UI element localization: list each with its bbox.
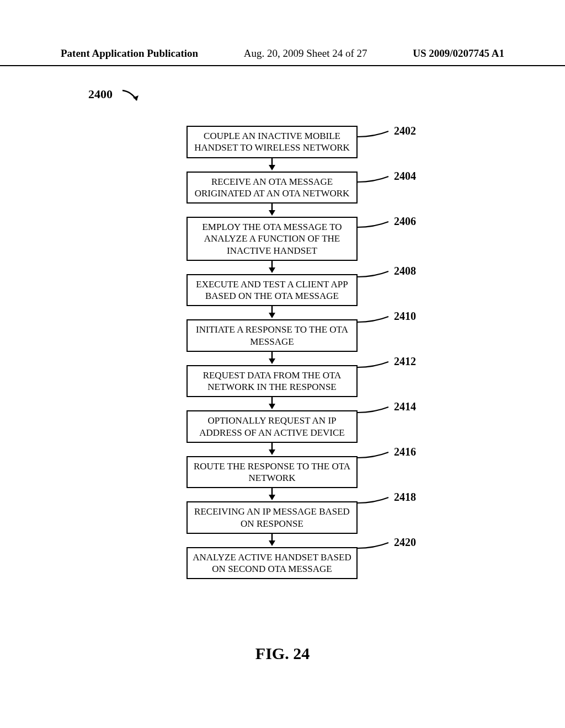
flow-step-2406: EMPLOY THE OTA MESSAGE TO ANALYZE A FUNC… [186, 217, 358, 261]
leader-line-icon [358, 540, 393, 552]
arrow-down-icon [186, 397, 358, 410]
flow-step-label: REQUEST DATA FROM THE OTA NETWORK IN THE… [192, 370, 352, 393]
flow-step-label: COUPLE AN INACTIVE MOBILE HANDSET TO WIR… [192, 130, 352, 154]
ref-number-2414: 2414 [394, 400, 416, 413]
leader-line-icon [358, 129, 393, 140]
flow-step-label: RECEIVE AN OTA MESSAGE ORIGINATED AT AN … [192, 176, 352, 200]
figure-number-label: 2400 [88, 87, 113, 101]
arrow-down-icon [186, 261, 358, 274]
flow-step-label: INITIATE A RESPONSE TO THE OTA MESSAGE [192, 324, 352, 347]
leader-line-icon [358, 220, 393, 231]
flow-step-label: OPTIONALLY REQUEST AN IP ADDRESS OF AN A… [192, 415, 352, 438]
leader-line-icon [358, 405, 393, 416]
ref-number-2406: 2406 [394, 215, 416, 228]
flow-step-2408: EXECUTE AND TEST A CLIENT APP BASED ON T… [186, 274, 358, 307]
arrow-down-icon [186, 306, 358, 319]
flowchart: COUPLE AN INACTIVE MOBILE HANDSET TO WIR… [186, 126, 358, 579]
ref-number-2410: 2410 [394, 310, 416, 323]
arrow-down-icon [186, 204, 358, 217]
leader-line-icon [358, 450, 393, 461]
arrow-down-icon [186, 352, 358, 365]
header-right: US 2009/0207745 A1 [413, 47, 504, 60]
flow-step-2416: ROUTE THE RESPONSE TO THE OTA NETWORK [186, 456, 358, 489]
ref-number-2402: 2402 [394, 125, 416, 137]
arrow-down-icon [186, 158, 358, 172]
page-header: Patent Application Publication Aug. 20, … [0, 47, 565, 66]
flow-step-2420: ANALYZE ACTIVE HANDSET BASED ON SECOND O… [186, 547, 358, 580]
leader-line-icon [358, 314, 393, 325]
ref-number-2416: 2416 [394, 446, 416, 458]
flow-step-label: ANALYZE ACTIVE HANDSET BASED ON SECOND O… [192, 552, 352, 575]
ref-number-2408: 2408 [394, 265, 416, 277]
flow-step-label: ROUTE THE RESPONSE TO THE OTA NETWORK [192, 461, 352, 484]
flow-step-2412: REQUEST DATA FROM THE OTA NETWORK IN THE… [186, 365, 358, 398]
leader-line-icon [358, 269, 393, 280]
arrow-down-icon [186, 488, 358, 501]
arrow-down-icon [186, 534, 358, 547]
figure-caption: FIG. 24 [0, 644, 565, 663]
header-middle: Aug. 20, 2009 Sheet 24 of 27 [244, 47, 367, 60]
flow-step-label: RECEIVING AN IP MESSAGE BASED ON RESPONS… [192, 506, 352, 529]
ref-number-2418: 2418 [394, 491, 416, 504]
figure-number-arrow-icon [121, 88, 143, 105]
flow-step-2418: RECEIVING AN IP MESSAGE BASED ON RESPONS… [186, 501, 358, 534]
flow-step-2410: INITIATE A RESPONSE TO THE OTA MESSAGE [186, 319, 358, 352]
leader-line-icon [358, 360, 393, 371]
flow-step-2402: COUPLE AN INACTIVE MOBILE HANDSET TO WIR… [186, 126, 358, 158]
arrow-down-icon [186, 443, 358, 456]
leader-line-icon [358, 174, 393, 185]
leader-line-icon [358, 495, 393, 506]
flow-step-label: EMPLOY THE OTA MESSAGE TO ANALYZE A FUNC… [192, 221, 352, 256]
header-left: Patent Application Publication [61, 47, 198, 60]
ref-number-2404: 2404 [394, 170, 416, 183]
flow-step-label: EXECUTE AND TEST A CLIENT APP BASED ON T… [192, 279, 352, 302]
flow-step-2404: RECEIVE AN OTA MESSAGE ORIGINATED AT AN … [186, 172, 358, 204]
flow-step-2414: OPTIONALLY REQUEST AN IP ADDRESS OF AN A… [186, 410, 358, 443]
ref-number-2412: 2412 [394, 355, 416, 368]
ref-number-2420: 2420 [394, 536, 416, 549]
